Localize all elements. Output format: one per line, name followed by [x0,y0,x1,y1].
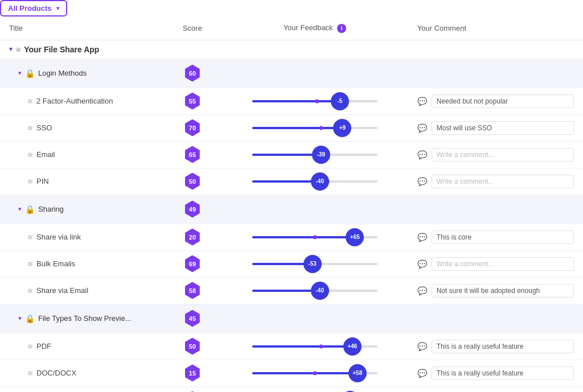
slider-thumb[interactable]: -53 [303,255,322,273]
comment-icon: 💬 [417,177,427,186]
slider-container[interactable]: -5 [231,93,399,109]
slider-fill [252,236,355,238]
group-name: Login Methods [38,69,87,77]
table-header-row: Title Score Your Feedback i Your Comment [0,16,583,40]
slider-container[interactable]: -40 [231,283,399,299]
list-icon: ≡ [16,45,20,54]
comment-cell: 💬 Write a comment... [408,168,583,195]
comment-icon: 💬 [417,233,427,242]
feedback-info-icon[interactable]: i [337,24,346,33]
item-title: ≋ PDF [9,342,154,350]
comment-cell: 💬 This is a really useful feature [408,360,583,386]
layers-icon: ≋ [27,178,33,185]
slider-thumb[interactable]: +65 [346,228,364,246]
comment-icon: 💬 [417,342,427,351]
group-title: ▾ 🔒 File Types To Show Previe... [9,314,154,323]
group-row: ▾ 🔒 Sharing 49 [0,195,583,224]
slider-container[interactable]: +9 [231,120,399,136]
comment-input[interactable]: Not sure it will be adopted enough [432,284,574,298]
comment-wrapper: 💬 This is a really useful feature [417,366,574,380]
layers-icon: ≋ [27,151,33,159]
comment-icon: 💬 [417,259,427,269]
slider-thumb[interactable]: -40 [311,282,329,300]
score-badge: 69 [184,255,201,273]
col-feedback-header: Your Feedback i [221,16,408,40]
score-badge: 50 [184,338,201,355]
comment-input[interactable]: Write a comment... [432,148,574,162]
slider-thumb[interactable]: +46 [343,337,362,356]
comment-input[interactable]: Write a comment... [432,175,574,188]
item-name: DOC/DOCX [36,369,76,377]
expand-icon[interactable]: ▾ [9,46,13,53]
score-badge: 45 [184,310,201,327]
expand-icon[interactable]: ▾ [18,315,22,322]
chevron-down-icon: ▾ [56,5,59,11]
slider-track: +65 [252,236,377,238]
expand-icon[interactable]: ▾ [18,205,22,213]
comment-input[interactable]: Write a comment... [432,257,574,271]
slider-fill [252,372,358,374]
feedback-cell: +9 [221,114,408,141]
slider-container[interactable]: +58 [231,365,399,381]
table-row: ≋ JPEG 45 +38 [0,386,583,392]
app-row: ▾ ≡ Your File Share App [0,40,583,59]
comment-icon: 💬 [417,286,427,295]
table-row: ≋ DOC/DOCX 15 +58 [0,360,583,386]
item-name: SSO [36,123,52,132]
slider-thumb[interactable]: +9 [333,119,351,137]
slider-thumb[interactable]: -39 [312,146,330,164]
group-score-cell: 60 [163,59,221,88]
group-row: ▾ 🔒 File Types To Show Previe... 45 [0,304,583,333]
expand-icon[interactable]: ▾ [18,69,22,77]
slider-fill [252,180,320,183]
slider-dot [319,126,323,130]
item-title: ≋ Share via link [9,233,154,241]
score-badge: 55 [184,93,201,110]
comment-input[interactable]: This is a really useful feature [432,340,574,353]
feedback-cell: -53 [221,250,408,277]
score-cell: 45 [163,386,221,392]
slider-thumb[interactable]: +58 [348,364,367,382]
slider-container[interactable]: -53 [231,256,399,272]
item-title: ≋ SSO [9,123,154,132]
table-row: ≋ Bulk Emails 69 -53 [0,250,583,277]
feedback-table: Title Score Your Feedback i Your Comment… [0,16,583,392]
score-cell: 20 [163,224,221,250]
slider-dot [319,344,323,348]
feedback-cell: -40 [221,277,408,304]
group-title: ▾ 🔒 Login Methods [9,69,154,78]
slider-container[interactable]: +65 [231,229,399,245]
comment-input[interactable]: Most will use SSO [432,121,574,135]
table-row: ≋ SSO 70 +9 [0,114,583,141]
score-cell: 50 [163,168,221,195]
slider-thumb[interactable]: -5 [331,92,349,110]
score-badge: 49 [184,201,201,218]
comment-cell: 💬 This is a really useful feature [408,333,583,360]
item-title: ≋ Bulk Emails [9,259,154,268]
item-title: ≋ 2 Factor-Authentication [9,97,154,105]
feedback-cell: +65 [221,224,408,250]
item-name: Share via Email [36,286,88,295]
comment-input[interactable]: This is core [432,230,574,244]
product-dropdown[interactable]: All Products ▾ [0,0,67,16]
comment-cell: 💬 Write a comment... [408,250,583,277]
lock-icon: 🔒 [25,205,35,214]
comment-input[interactable]: Needed but not popular [432,94,574,108]
feedback-cell: +58 [221,360,408,386]
slider-container[interactable]: +46 [231,339,399,354]
col-score-header: Score [163,16,221,40]
item-name: Share via link [36,233,81,241]
layers-icon: ≋ [27,369,33,377]
lock-icon: 🔒 [25,69,35,78]
score-badge: 15 [184,365,201,382]
item-name: PIN [36,177,49,185]
score-cell: 69 [163,250,221,277]
score-badge: 70 [184,119,201,137]
slider-container[interactable]: -40 [231,174,399,189]
slider-thumb[interactable]: -40 [311,172,329,191]
slider-container[interactable]: -39 [231,147,399,163]
top-bar: All Products ▾ [0,0,583,16]
comment-input[interactable]: This is a really useful feature [432,366,574,380]
group-score-cell: 45 [163,304,221,333]
layers-icon: ≋ [27,287,33,295]
